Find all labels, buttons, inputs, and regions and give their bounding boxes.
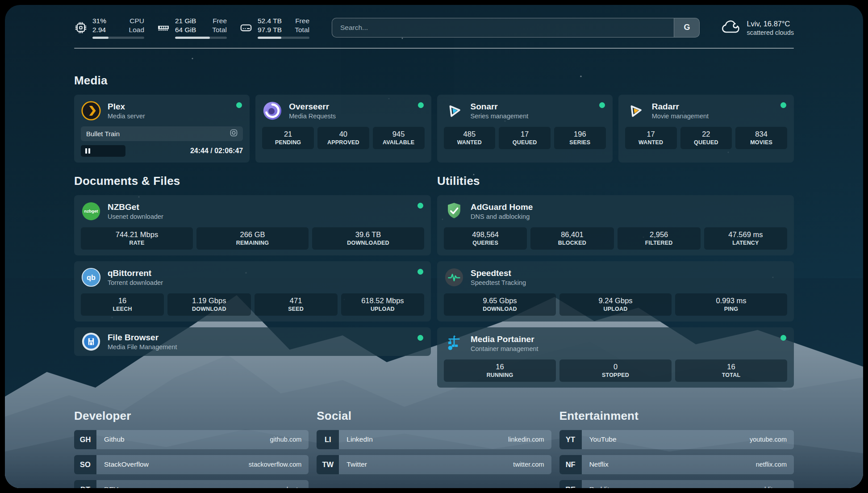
window-frame: 31% 2.94 CPU Load	[0, 0, 868, 493]
stat-upload: 618.52 Mbps UPLOAD	[341, 293, 424, 316]
bookmark-name: YouTube	[589, 435, 617, 443]
cpu-icon	[74, 21, 88, 34]
bookmark-url: linkedin.com	[508, 436, 544, 443]
stat-upload: 9.24 Gbps UPLOAD	[559, 293, 672, 316]
service-desc: Media Requests	[289, 113, 336, 120]
section-title-documents: Documents & Files	[74, 174, 431, 188]
search-provider-button[interactable]: G	[674, 18, 699, 37]
service-name: Media Portainer	[471, 334, 538, 345]
service-card-nzbget[interactable]: nzbget NZBGet Usenet downloader 744.21 M…	[74, 195, 431, 255]
playback-time: 24:44 / 02:06:47	[190, 147, 243, 155]
service-card-overseerr[interactable]: Overseerr Media Requests 21 PENDING 40 A…	[255, 95, 431, 163]
service-card-speedtest[interactable]: Speedtest Speedtest Tracking 9.65 Gbps D…	[437, 261, 794, 322]
bookmark-url: twitter.com	[513, 461, 544, 468]
section-utilities: Utilities AdGuard	[437, 174, 794, 388]
stat-blocked: 86,401 BLOCKED	[530, 227, 613, 250]
search-input[interactable]	[332, 18, 674, 37]
stat-remaining: 266 GB REMAINING	[196, 227, 309, 250]
service-card-radarr[interactable]: Radarr Movie management 17 WANTED 22 QUE…	[618, 95, 794, 163]
stat-ping: 0.993 ms PING	[675, 293, 787, 316]
bookmark-abbr: LI	[317, 430, 339, 449]
stat-movies: 834 MOVIES	[735, 127, 787, 149]
status-dot	[780, 102, 786, 108]
search-bar: G	[332, 18, 700, 38]
bookmark-url: youtube.com	[750, 436, 787, 443]
weather-location-temp: Lviv, 16.87°C	[747, 19, 794, 29]
service-card-adguard[interactable]: AdGuard Home DNS and adblocking 498,564 …	[437, 195, 794, 255]
service-card-filebrowser[interactable]: File Browser Media File Management	[74, 327, 431, 356]
bookmark-abbr: DT	[74, 480, 96, 488]
cpu-widget: 31% 2.94 CPU Load	[74, 17, 144, 39]
section-media: Media Plex Media serv	[74, 74, 794, 163]
bookmark-group-entertainment: Entertainment YT YouTube youtube.com NF …	[559, 409, 794, 488]
bookmark-twitter[interactable]: TW Twitter twitter.com	[317, 455, 551, 474]
stat-running: 16 RUNNING	[444, 359, 556, 382]
bookmark-abbr: NF	[559, 455, 582, 474]
bookmark-youtube[interactable]: YT YouTube youtube.com	[559, 430, 794, 449]
now-playing-controls: 24:44 / 02:06:47	[81, 145, 243, 157]
bookmark-linkedin[interactable]: LI LinkedIn linkedin.com	[317, 430, 551, 449]
memory-widget: 21 GiB 64 GiB Free Total	[157, 17, 227, 39]
section-title-media: Media	[74, 74, 794, 88]
service-card-sonarr[interactable]: Sonarr Series management 485 WANTED 17 Q…	[437, 95, 613, 163]
memory-progress-fill	[175, 37, 210, 39]
bookmark-name: Github	[104, 435, 125, 443]
stat-queued: 22 QUEUED	[680, 127, 732, 149]
cpu-percent: 31%	[92, 17, 106, 25]
svg-text:qb: qb	[87, 273, 96, 281]
bookmark-url: netflix.com	[756, 461, 787, 468]
weather-widget: Lviv, 16.87°C scattered clouds	[720, 19, 794, 37]
cpu-load-value: 2.94	[92, 25, 106, 34]
service-desc: Torrent downloader	[108, 279, 163, 286]
status-dot	[780, 335, 786, 341]
pause-button[interactable]	[81, 145, 125, 157]
bookmark-name: StackOverflow	[104, 460, 149, 468]
disk-widget: 52.4 TB 97.9 TB Free Total	[239, 17, 309, 39]
stat-filtered: 2,956 FILTERED	[618, 227, 701, 250]
section-title-social: Social	[317, 409, 551, 423]
status-dot	[418, 102, 424, 108]
stat-queries: 498,564 QUERIES	[444, 227, 527, 250]
overseerr-icon	[262, 100, 283, 121]
adguard-icon	[444, 201, 464, 221]
bookmark-url: github.com	[270, 436, 301, 443]
bookmark-reddit[interactable]: RE Reddit reddit.com	[559, 480, 794, 488]
status-dot	[417, 203, 423, 209]
service-desc: Container management	[471, 345, 538, 352]
radarr-icon	[625, 100, 646, 121]
stat-rate: 744.21 Mbps RATE	[81, 227, 193, 250]
stat-leech: 16 LEECH	[81, 293, 164, 316]
service-desc: Series management	[471, 113, 529, 120]
service-desc: Media server	[108, 113, 145, 120]
service-card-portainer[interactable]: Media Portainer Container management 16 …	[437, 327, 794, 388]
section-title-entertainment: Entertainment	[559, 409, 794, 423]
bookmark-name: LinkedIn	[346, 435, 373, 443]
service-name: Plex	[108, 101, 145, 112]
bookmark-group-developer: Developer GH Github github.com SO StackO…	[74, 409, 309, 488]
service-name: Sonarr	[471, 101, 529, 112]
memory-progress-track	[175, 37, 227, 39]
cpu-progress-track	[92, 37, 144, 39]
cpu-progress-fill	[92, 37, 108, 39]
service-name: File Browser	[108, 332, 177, 343]
disk-total-label: Total	[295, 25, 309, 34]
service-desc: DNS and adblocking	[471, 213, 533, 220]
stat-pending: 21 PENDING	[262, 127, 314, 149]
bookmark-stackoverflow[interactable]: SO StackOverflow stackoverflow.com	[74, 455, 309, 474]
bookmark-github[interactable]: GH Github github.com	[74, 430, 309, 449]
service-card-qbittorrent[interactable]: qb qBittorrent Torrent downloader 16 LEE…	[74, 261, 431, 322]
bookmark-name: Twitter	[346, 460, 367, 468]
bookmark-netflix[interactable]: NF Netflix netflix.com	[559, 455, 794, 474]
stat-downloaded: 39.6 TB DOWNLOADED	[312, 227, 424, 250]
service-card-plex[interactable]: Plex Media server Bullet Train	[74, 95, 250, 163]
now-playing-title: Bullet Train	[86, 130, 120, 138]
media-type-icon	[230, 129, 238, 138]
section-documents: Documents & Files nzbget NZBGet	[74, 174, 431, 356]
memory-free-label: Free	[212, 17, 227, 25]
speedtest-icon	[444, 267, 464, 288]
top-bar: 31% 2.94 CPU Load	[74, 17, 794, 39]
cloud-icon	[720, 19, 741, 37]
plex-icon	[81, 100, 101, 121]
bookmark-dev[interactable]: DT DEV dev.to	[74, 480, 309, 488]
bookmark-abbr: RE	[559, 480, 582, 488]
